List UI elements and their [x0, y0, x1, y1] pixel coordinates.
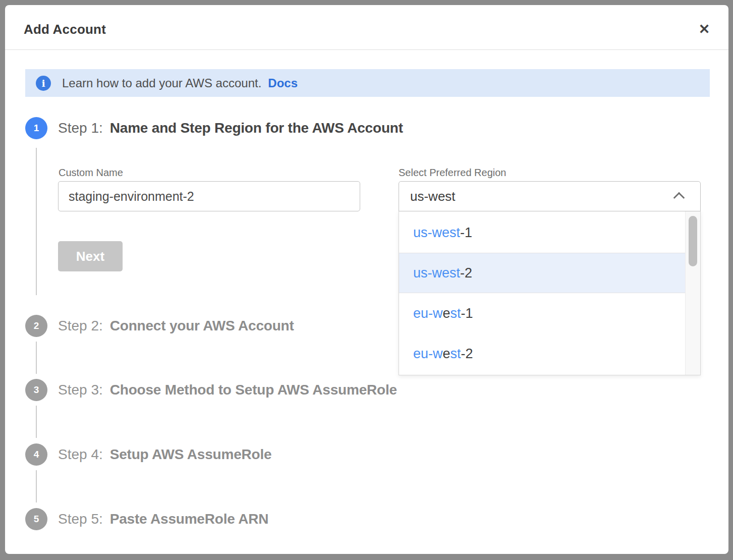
close-icon[interactable]: ✕: [694, 20, 714, 40]
step-5-heading: Step 5: Paste AssumeRole ARN: [58, 508, 268, 530]
option-text: us-west: [413, 265, 460, 281]
step-2-circle: 2: [25, 315, 47, 337]
step-5-title: Paste AssumeRole ARN: [110, 511, 268, 527]
dropdown-scrollbar-track[interactable]: [685, 211, 700, 375]
option-text: -2: [460, 265, 472, 281]
step-4-label: Step 4:: [58, 446, 103, 463]
step-2-label: Step 2:: [58, 318, 103, 334]
step-1-title: Name and Step Region for the AWS Account: [110, 120, 403, 136]
region-label: Select Preferred Region: [399, 167, 506, 179]
step-connector: [36, 470, 37, 502]
step-connector: [36, 406, 37, 438]
step-5-label: Step 5:: [58, 511, 103, 527]
option-text: -1: [461, 306, 473, 321]
step-4-title: Setup AWS AssumeRole: [110, 446, 272, 463]
next-button[interactable]: Next: [58, 241, 123, 271]
step-3-title: Choose Method to Setup AWS AssumeRole: [110, 382, 397, 398]
region-option-eu-west-1[interactable]: eu-west-1: [399, 293, 686, 333]
info-banner: i Learn how to add your AWS account. Doc…: [25, 69, 710, 97]
step-connector: [36, 342, 37, 374]
region-option-eu-west-2[interactable]: eu-west-2: [399, 333, 686, 374]
region-option-us-west-1[interactable]: us-west-1: [399, 212, 686, 253]
option-text: -1: [460, 225, 472, 240]
step-3-label: Step 3:: [58, 382, 103, 398]
docs-link[interactable]: Docs: [268, 76, 298, 90]
info-icon: i: [36, 76, 51, 91]
step-4-heading: Step 4: Setup AWS AssumeRole: [58, 443, 271, 466]
step-1-label: Step 1:: [58, 120, 103, 136]
custom-name-label: Custom Name: [59, 167, 123, 179]
step-3-circle: 3: [25, 379, 47, 401]
dropdown-scrollbar-thumb[interactable]: [689, 216, 697, 266]
option-text: eu-w: [413, 346, 443, 361]
region-dropdown: us-west-1 us-west-2 eu-west-1 eu-west-2: [399, 211, 701, 375]
add-account-modal: Add Account ✕ i Learn how to add your AW…: [5, 5, 728, 554]
step-1-circle: 1: [25, 117, 47, 139]
option-text: e: [443, 306, 450, 321]
step-3-heading: Step 3: Choose Method to Setup AWS Assum…: [58, 379, 397, 401]
modal-header: Add Account ✕: [5, 5, 728, 50]
step-5-circle: 5: [25, 508, 47, 530]
option-text: e: [443, 346, 450, 361]
step-1-heading: Step 1: Name and Step Region for the AWS…: [58, 117, 403, 139]
region-option-us-west-2[interactable]: us-west-2: [399, 253, 686, 293]
custom-name-input[interactable]: [58, 181, 360, 211]
step-2-heading: Step 2: Connect your AWS Account: [58, 315, 294, 337]
modal-title: Add Account: [24, 22, 106, 37]
region-select-value: us-west: [410, 189, 456, 204]
option-text: st: [450, 306, 461, 321]
option-text: st: [450, 346, 461, 361]
step-4-circle: 4: [25, 443, 47, 466]
step-connector: [36, 148, 37, 295]
option-text: -2: [461, 346, 473, 361]
option-text: eu-w: [413, 306, 443, 321]
option-text: us-west: [413, 225, 460, 240]
region-select[interactable]: us-west: [399, 181, 701, 211]
step-2-title: Connect your AWS Account: [110, 318, 294, 334]
banner-text: Learn how to add your AWS account.: [62, 76, 261, 90]
chevron-up-icon: [673, 192, 685, 204]
